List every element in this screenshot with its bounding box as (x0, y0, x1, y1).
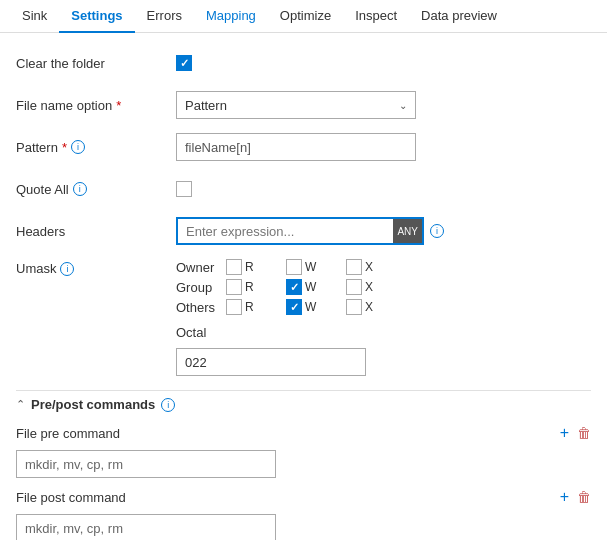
umask-grid: Owner R W X Group (176, 259, 400, 315)
umask-control: Owner R W X Group (176, 259, 591, 376)
headers-label: Headers (16, 224, 176, 239)
file-name-option-control: Pattern ⌄ (176, 91, 591, 119)
umask-group-w: W (286, 279, 340, 295)
file-post-command-input-row (16, 514, 591, 540)
pattern-label: Pattern * i (16, 140, 176, 155)
umask-others-x-checkbox[interactable] (346, 299, 362, 315)
umask-owner-row: Owner R W X (176, 259, 400, 275)
umask-owner-w: W (286, 259, 340, 275)
umask-others-r-checkbox[interactable] (226, 299, 242, 315)
pattern-input[interactable] (176, 133, 416, 161)
headers-row: Headers ANY i (16, 217, 591, 245)
prepost-section-title: Pre/post commands (31, 397, 155, 412)
umask-label: Umask i (16, 261, 176, 276)
file-name-option-select[interactable]: Pattern ⌄ (176, 91, 416, 119)
headers-control: ANY i (176, 217, 591, 245)
pattern-row: Pattern * i (16, 133, 591, 161)
headers-info-icon[interactable]: i (430, 224, 444, 238)
umask-group-w-checkbox[interactable] (286, 279, 302, 295)
umask-row: Umask i Owner R W X (16, 259, 591, 376)
tab-errors[interactable]: Errors (135, 0, 194, 33)
umask-owner-r: R (226, 259, 280, 275)
settings-content: Clear the folder File name option * Patt… (0, 33, 607, 540)
file-post-command-add-icon[interactable]: + (560, 488, 569, 506)
tab-optimize[interactable]: Optimize (268, 0, 343, 33)
file-name-option-label: File name option * (16, 98, 176, 113)
umask-owner-x-checkbox[interactable] (346, 259, 362, 275)
umask-owner-r-checkbox[interactable] (226, 259, 242, 275)
clear-folder-row: Clear the folder (16, 49, 591, 77)
umask-group-r: R (226, 279, 280, 295)
file-pre-command-label: File pre command (16, 426, 176, 441)
file-post-command-row: File post command + 🗑 (16, 488, 591, 506)
file-pre-command-actions: + 🗑 (560, 424, 591, 442)
umask-others-label: Others (176, 300, 220, 315)
file-post-command-actions: + 🗑 (560, 488, 591, 506)
octal-section: Octal (176, 325, 206, 344)
pattern-required: * (62, 140, 67, 155)
quote-all-control (176, 181, 591, 197)
pattern-info-icon[interactable]: i (71, 140, 85, 154)
clear-folder-control (176, 55, 591, 71)
quote-all-label: Quote All i (16, 182, 176, 197)
octal-label: Octal (176, 325, 206, 340)
umask-others-x: X (346, 299, 400, 315)
umask-others-w-checkbox[interactable] (286, 299, 302, 315)
prepost-section-header: ⌃ Pre/post commands i (16, 397, 591, 412)
octal-input[interactable] (176, 348, 366, 376)
separator-1 (16, 390, 591, 391)
chevron-down-icon: ⌄ (399, 100, 407, 111)
tab-settings[interactable]: Settings (59, 0, 134, 33)
headers-input[interactable] (178, 219, 393, 243)
file-post-command-label: File post command (16, 490, 176, 505)
tab-inspect[interactable]: Inspect (343, 0, 409, 33)
any-badge[interactable]: ANY (393, 219, 422, 243)
tab-bar: Sink Settings Errors Mapping Optimize In… (0, 0, 607, 33)
tab-datapreview[interactable]: Data preview (409, 0, 509, 33)
umask-others-r: R (226, 299, 280, 315)
file-pre-command-row: File pre command + 🗑 (16, 424, 591, 442)
umask-group-row: Group R W X (176, 279, 400, 295)
tab-sink[interactable]: Sink (10, 0, 59, 33)
clear-folder-checkbox[interactable] (176, 55, 192, 71)
umask-group-label: Group (176, 280, 220, 295)
file-pre-command-input-row (16, 450, 591, 478)
quote-all-row: Quote All i (16, 175, 591, 203)
quote-all-checkbox[interactable] (176, 181, 192, 197)
prepost-info-icon[interactable]: i (161, 398, 175, 412)
umask-others-w: W (286, 299, 340, 315)
file-post-command-input[interactable] (16, 514, 276, 540)
tab-mapping[interactable]: Mapping (194, 0, 268, 33)
umask-owner-x: X (346, 259, 400, 275)
umask-group-x-checkbox[interactable] (346, 279, 362, 295)
clear-folder-label: Clear the folder (16, 56, 176, 71)
file-pre-command-input[interactable] (16, 450, 276, 478)
headers-expression-wrap: ANY (176, 217, 424, 245)
file-post-command-delete-icon[interactable]: 🗑 (577, 489, 591, 505)
umask-info-icon[interactable]: i (60, 262, 74, 276)
pattern-control (176, 133, 591, 161)
prepost-chevron-icon[interactable]: ⌃ (16, 398, 25, 411)
umask-owner-w-checkbox[interactable] (286, 259, 302, 275)
umask-group-r-checkbox[interactable] (226, 279, 242, 295)
umask-owner-label: Owner (176, 260, 220, 275)
quote-all-info-icon[interactable]: i (73, 182, 87, 196)
file-pre-command-add-icon[interactable]: + (560, 424, 569, 442)
umask-others-row: Others R W X (176, 299, 400, 315)
file-name-option-row: File name option * Pattern ⌄ (16, 91, 591, 119)
umask-group-x: X (346, 279, 400, 295)
file-name-option-required: * (116, 98, 121, 113)
file-pre-command-delete-icon[interactable]: 🗑 (577, 425, 591, 441)
